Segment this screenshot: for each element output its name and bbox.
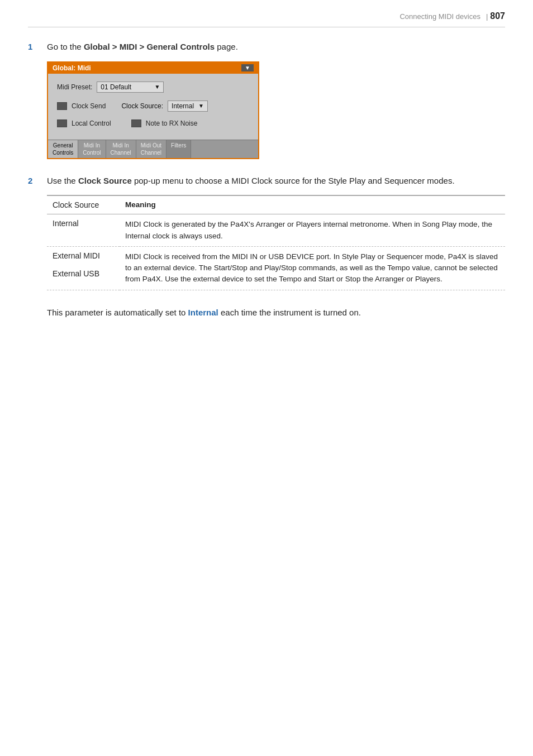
local-control-label: Local Control xyxy=(72,119,111,127)
midi-panel: Global: Midi ▼ Midi Preset: 01 Default ▼… xyxy=(47,61,259,159)
clock-source-label: Clock Source: xyxy=(121,102,163,110)
clock-source-row: Clock Source: Internal ▼ xyxy=(121,101,208,112)
tab-general-controls[interactable]: GeneralControls xyxy=(48,140,78,158)
table-row2-meaning: MIDI Clock is received from the MIDI IN … xyxy=(120,246,505,290)
step-1-text-after: page. xyxy=(215,42,238,51)
tab-midi-in-channel[interactable]: Midi InChannel xyxy=(106,140,136,158)
table-row1-meaning: MIDI Clock is generated by the Pa4X's Ar… xyxy=(120,214,505,247)
preset-label: Midi Preset: xyxy=(57,83,92,91)
preset-row: Midi Preset: 01 Default ▼ xyxy=(57,82,249,93)
midi-panel-arrow[interactable]: ▼ xyxy=(241,64,254,71)
page-title: Connecting MIDI devices xyxy=(399,12,480,21)
tab-filters[interactable]: Filters xyxy=(166,140,191,158)
local-control-checkbox[interactable] xyxy=(57,119,67,127)
step-1-content: Go to the Global > MIDI > General Contro… xyxy=(47,41,505,159)
note-rx-label: Note to RX Noise xyxy=(146,119,198,127)
note-text-after: each time the instrument is turned on. xyxy=(218,308,361,317)
clock-source-arrow: ▼ xyxy=(198,103,204,109)
table-row2-source: External MIDIExternal USB xyxy=(47,246,120,290)
step-1-text-before: Go to the xyxy=(47,42,84,51)
clock-source-value: Internal xyxy=(172,102,194,110)
step-2-text: Use the Clock Source pop-up menu to choo… xyxy=(47,175,505,188)
clock-send-label: Clock Send xyxy=(72,102,106,110)
step-2-text-before: Use the xyxy=(47,176,78,185)
clock-source-select[interactable]: Internal ▼ xyxy=(168,101,208,112)
note-rx-checkbox[interactable] xyxy=(131,119,141,127)
step-1-number: 1 xyxy=(28,41,38,159)
step-1-text: Go to the Global > MIDI > General Contro… xyxy=(47,41,505,54)
step-2-number: 2 xyxy=(28,175,38,290)
step-1-path: Global > MIDI > General Controls xyxy=(84,42,215,51)
page-header: Connecting MIDI devices | 807 xyxy=(28,11,505,27)
note-paragraph: This parameter is automatically set to I… xyxy=(47,306,505,319)
table-row: External MIDIExternal USB MIDI Clock is … xyxy=(47,246,505,290)
midi-tabs: GeneralControls Midi InControl Midi InCh… xyxy=(48,140,258,158)
table-col1-header: Clock Source xyxy=(47,195,120,214)
local-control-row: Local Control Note to RX Noise xyxy=(57,119,249,127)
note-text-before: This parameter is automatically set to xyxy=(47,308,188,317)
preset-select[interactable]: 01 Default ▼ xyxy=(97,82,164,93)
page-number: 807 xyxy=(490,11,505,21)
clock-source-table: Clock Source Meaning Internal MIDI Clock… xyxy=(47,195,505,290)
clock-send-checkbox[interactable] xyxy=(57,102,67,110)
step-2: 2 Use the Clock Source pop-up menu to ch… xyxy=(28,175,505,290)
tab-midi-out-channel[interactable]: Midi OutChannel xyxy=(136,140,166,158)
table-col2-header: Meaning xyxy=(120,195,505,214)
step-2-text-after: pop-up menu to choose a MIDI Clock sourc… xyxy=(132,176,455,185)
step-2-highlight: Clock Source xyxy=(78,176,132,185)
midi-panel-body: Midi Preset: 01 Default ▼ Clock Send Clo… xyxy=(48,74,258,140)
midi-panel-title: Global: Midi ▼ xyxy=(48,63,258,74)
preset-arrow: ▼ xyxy=(154,84,160,90)
step-1: 1 Go to the Global > MIDI > General Cont… xyxy=(28,41,505,159)
preset-value: 01 Default xyxy=(101,83,131,91)
clock-send-row: Clock Send Clock Source: Internal ▼ xyxy=(57,101,249,112)
midi-panel-title-label: Global: Midi xyxy=(53,64,91,72)
page-separator: | xyxy=(486,12,488,21)
note-highlight: Internal xyxy=(188,308,218,317)
table-row: Internal MIDI Clock is generated by the … xyxy=(47,214,505,247)
table-row1-source: Internal xyxy=(47,214,120,247)
step-2-content: Use the Clock Source pop-up menu to choo… xyxy=(47,175,505,290)
note-section: This parameter is automatically set to I… xyxy=(28,306,505,319)
tab-midi-in-control[interactable]: Midi InControl xyxy=(78,140,106,158)
